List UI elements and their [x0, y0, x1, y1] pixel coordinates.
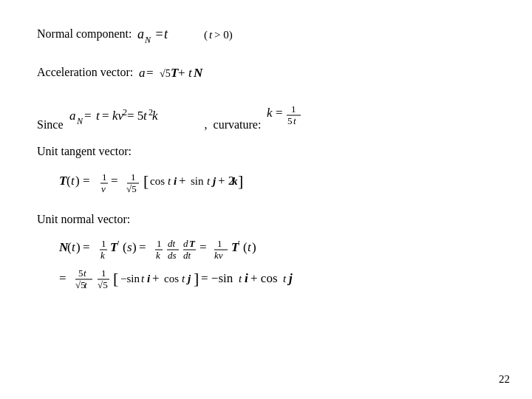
svg-text:5: 5 [287, 115, 293, 126]
svg-text:=: = [102, 109, 109, 123]
svg-text:t: t [83, 267, 86, 279]
svg-text:d: d [183, 238, 188, 249]
svg-text:=: = [83, 240, 90, 254]
since-section: Since a N = t = kv 2 = 5 t 2 k , curvatu… [37, 99, 495, 132]
svg-text:t: t [293, 115, 296, 126]
svg-text:): ) [252, 240, 256, 254]
svg-text:s: s [127, 240, 132, 254]
svg-text:i: i [147, 273, 151, 284]
svg-text:a: a [69, 109, 76, 123]
curvature-label: curvature: [214, 118, 262, 132]
svg-text:T: T [189, 238, 196, 249]
svg-text:]: ] [238, 171, 243, 190]
svg-text:N: N [193, 66, 203, 80]
svg-text:k: k [232, 175, 238, 187]
svg-text:′: ′ [117, 238, 120, 249]
svg-text:ds: ds [168, 250, 177, 261]
svg-text:1: 1 [101, 238, 106, 249]
normal-component-section: Normal component: a N = t ( t > 0) [37, 22, 495, 46]
svg-text:+: + [179, 174, 186, 188]
svg-text:√5: √5 [98, 279, 108, 290]
svg-text:k: k [156, 250, 160, 261]
svg-text:=: = [59, 271, 66, 285]
svg-text:= 5: = 5 [127, 109, 143, 123]
svg-text:]: ] [194, 269, 199, 287]
svg-text:t: t [188, 66, 193, 80]
svg-text:+ cos: + cos [250, 271, 278, 285]
svg-text:): ) [76, 240, 81, 254]
unit-normal-formula: N ( t ) = 1 k T ′ ( s ) = 1 k [59, 231, 473, 304]
svg-text:5: 5 [78, 267, 83, 279]
svg-text:k: k [100, 250, 105, 261]
curvature-comma: , [205, 118, 208, 132]
svg-text:′: ′ [238, 238, 240, 249]
svg-text:a: a [139, 66, 146, 80]
svg-text:t: t [207, 175, 211, 187]
svg-text:=: = [200, 240, 207, 254]
svg-text:[: [ [113, 269, 118, 287]
svg-text:N: N [76, 116, 83, 126]
svg-text:t: t [168, 175, 171, 187]
acceleration-vector-section: Acceleration vector: a = √5 T + t N [37, 59, 495, 86]
svg-text:=: = [84, 109, 92, 123]
acceleration-formula: a = √5 T + t N [139, 59, 235, 86]
svg-text:t: t [143, 109, 148, 123]
svg-text:1: 1 [157, 238, 162, 249]
svg-text:dt: dt [183, 250, 191, 261]
svg-text:−sin: −sin [120, 273, 140, 284]
svg-text:1: 1 [217, 238, 222, 249]
svg-text:i: i [245, 271, 248, 285]
svg-text:kv: kv [214, 250, 223, 261]
svg-text:√5: √5 [160, 68, 171, 79]
svg-text:=: = [276, 106, 283, 120]
svg-text:a: a [137, 27, 144, 41]
svg-text:=: = [146, 66, 154, 80]
svg-text:=: = [83, 174, 90, 188]
svg-text:+: + [178, 66, 185, 80]
svg-text:j: j [211, 175, 216, 187]
svg-text:√5: √5 [126, 183, 137, 194]
svg-text:[: [ [143, 171, 149, 190]
svg-text:t: t [239, 273, 242, 284]
page-number: 22 [499, 373, 510, 386]
svg-text:1: 1 [102, 171, 107, 183]
svg-text:= −sin: = −sin [201, 271, 233, 285]
svg-text:j: j [186, 273, 191, 284]
svg-text:t: t [164, 27, 168, 41]
since-formula: a N = t = kv 2 = 5 t 2 k [69, 102, 199, 129]
normal-component-formula: a N = t [137, 22, 197, 46]
since-label: Since [37, 118, 64, 132]
svg-text:N: N [144, 35, 151, 45]
svg-text:i: i [174, 175, 177, 187]
svg-text:1: 1 [291, 103, 296, 115]
svg-text:j: j [287, 271, 293, 285]
unit-tangent-section: Unit tangent vector: T ( t ) = 1 v = 1 √… [37, 145, 495, 200]
svg-text:v: v [101, 183, 106, 194]
svg-text:): ) [132, 240, 137, 254]
svg-text:t: t [182, 273, 185, 284]
unit-normal-section: Unit normal vector: N ( t ) = 1 k T ′ ( … [37, 213, 495, 304]
curvature-formula: k = 1 5 t [267, 99, 318, 129]
svg-text:t: t [84, 279, 87, 290]
svg-text:cos: cos [164, 273, 179, 284]
svg-text:1: 1 [101, 267, 106, 279]
svg-text:=: = [111, 174, 118, 188]
svg-text:> 0): > 0) [214, 29, 233, 41]
page: Normal component: a N = t ( t > 0) Accel… [0, 0, 532, 399]
normal-component-label: Normal component: [37, 27, 132, 41]
condition-formula: ( t > 0) [202, 22, 258, 46]
svg-text:=: = [139, 240, 146, 254]
unit-tangent-formula: T ( t ) = 1 v = 1 √5 [ cos t i [59, 163, 288, 200]
svg-text:t: t [209, 29, 213, 41]
svg-text:+: + [152, 271, 160, 285]
svg-text:1: 1 [131, 171, 136, 183]
svg-text:sin: sin [191, 175, 204, 187]
svg-text:k: k [267, 106, 273, 120]
unit-normal-label: Unit normal vector: [37, 213, 130, 226]
svg-text:t: t [283, 273, 287, 284]
unit-tangent-label: Unit tangent vector: [37, 145, 132, 158]
svg-text:): ) [75, 174, 80, 188]
svg-text:t: t [141, 273, 145, 284]
acceleration-vector-label: Acceleration vector: [37, 66, 133, 79]
svg-text:t: t [96, 109, 100, 123]
